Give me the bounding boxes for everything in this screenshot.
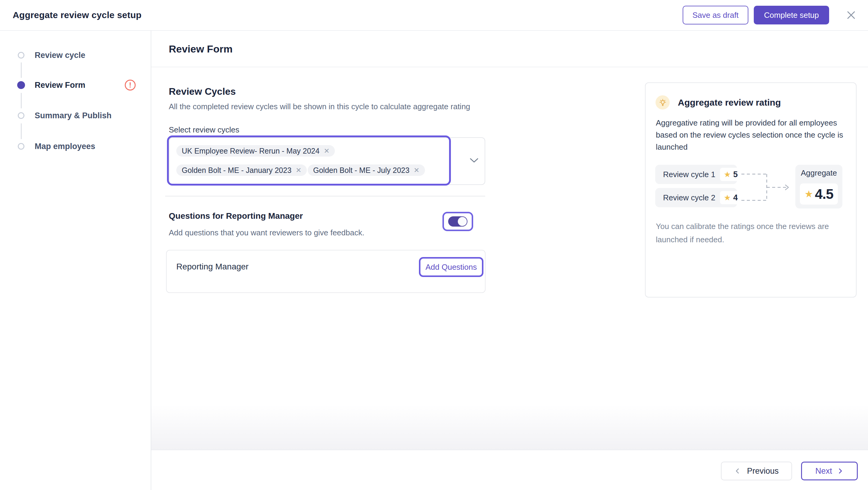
section-divider [165,196,485,196]
step-label: Summary & Publish [35,111,112,120]
lightbulb-icon [655,95,670,110]
aggregate-rating-info-card: Aggregate review rating Aggregative rati… [645,82,857,297]
star-icon: ★ [724,194,731,202]
top-bar: Aggregate review cycle setup Save as dra… [0,0,868,31]
questions-toggle[interactable] [442,212,473,231]
chip-remove-icon[interactable]: ✕ [296,166,301,174]
calibration-note: You can calibrate the ratings once the r… [656,220,831,246]
star-icon: ★ [724,171,731,178]
chip-label: Golden Bolt - ME - July 2023 [313,166,410,175]
toggle-knob [458,217,467,226]
reporting-manager-card: Reporting Manager Add Questions [166,250,486,293]
step-circle-icon [18,52,24,59]
step-connector [21,62,22,78]
step-circle-icon [18,112,24,119]
chip-remove-icon[interactable]: ✕ [414,166,420,174]
review-cycle-2-pill: Review cycle 2 ★ 4 [655,188,737,207]
header-divider [151,67,868,67]
chip-label: UK Employee Review- Rerun - May 2024 [182,147,319,155]
window-title: Aggregate review cycle setup [13,0,141,30]
questions-section-subtitle: Add questions that you want reviewers to… [169,228,364,237]
next-button[interactable]: Next [801,462,858,480]
previous-label: Previous [747,466,778,476]
step-label: Review cycle [35,51,85,60]
chevron-left-icon [734,467,741,474]
star-icon: ★ [804,189,813,199]
toggle-pill [448,217,467,227]
selected-cycle-chip: Golden Bolt - ME - July 2023 ✕ [308,165,425,176]
setup-stepper-sidebar: Review cycle Review Form ! Summary & Pub… [0,30,151,490]
step-connector [21,93,22,108]
aggregate-label: Aggregate [795,168,842,178]
selected-cycle-chip: UK Employee Review- Rerun - May 2024 ✕ [176,145,335,156]
complete-setup-button[interactable]: Complete setup [754,6,829,24]
review-cycles-section-title: Review Cycles [169,86,236,97]
rating-flow-connector [737,168,802,205]
reporting-manager-label: Reporting Manager [176,262,249,271]
add-questions-button[interactable]: Add Questions [419,257,484,277]
step-circle-active-icon [17,81,25,89]
footer-bar: Previous Next [151,450,868,490]
step-circle-icon [18,143,24,150]
info-card-title: Aggregate review rating [678,97,781,108]
sidebar-item-summary-publish[interactable]: Summary & Publish [0,107,151,124]
sidebar-item-review-form[interactable]: Review Form ! [0,77,151,93]
sidebar-item-map-employees[interactable]: Map employees [0,138,151,155]
chevron-down-icon[interactable] [470,158,478,165]
select-review-cycles-label: Select review cycles [169,125,239,135]
save-as-draft-button[interactable]: Save as draft [683,6,748,24]
chevron-right-icon [836,467,844,474]
step-connector [21,123,22,139]
review-cycles-multiselect[interactable]: UK Employee Review- Rerun - May 2024 ✕ G… [169,137,485,185]
aggregate-result-card: Aggregate ★ 4.5 [795,165,842,208]
next-label: Next [815,466,832,476]
content-fade [151,404,868,450]
previous-button[interactable]: Previous [721,462,792,480]
add-questions-label: Add Questions [426,262,477,272]
step-label: Review Form [35,81,85,90]
info-card-description: Aggregative rating will be provided for … [656,117,844,153]
cycle-label: Review cycle 2 [663,193,715,202]
close-icon[interactable] [844,8,858,22]
review-cycle-1-pill: Review cycle 1 ★ 5 [655,165,737,184]
aggregate-rating-value: 4.5 [815,186,833,202]
aggregate-review-setup-window: Aggregate review cycle setup Save as dra… [0,0,868,490]
error-exclamation-icon: ! [125,80,135,90]
selected-cycle-chip: Golden Bolt - ME - January 2023 ✕ [176,165,307,176]
chip-remove-icon[interactable]: ✕ [324,147,330,155]
sidebar-item-review-cycle[interactable]: Review cycle [0,47,151,64]
page-title: Review Form [169,43,233,55]
aggregate-rating-badge: ★ 4.5 [800,183,838,205]
step-label: Map employees [35,142,95,151]
questions-section-title: Questions for Reporting Manager [169,211,303,221]
cycle-label: Review cycle 1 [663,170,715,179]
chip-label: Golden Bolt - ME - January 2023 [182,166,291,175]
review-cycles-section-subtitle: All the completed review cycles will be … [169,102,470,111]
